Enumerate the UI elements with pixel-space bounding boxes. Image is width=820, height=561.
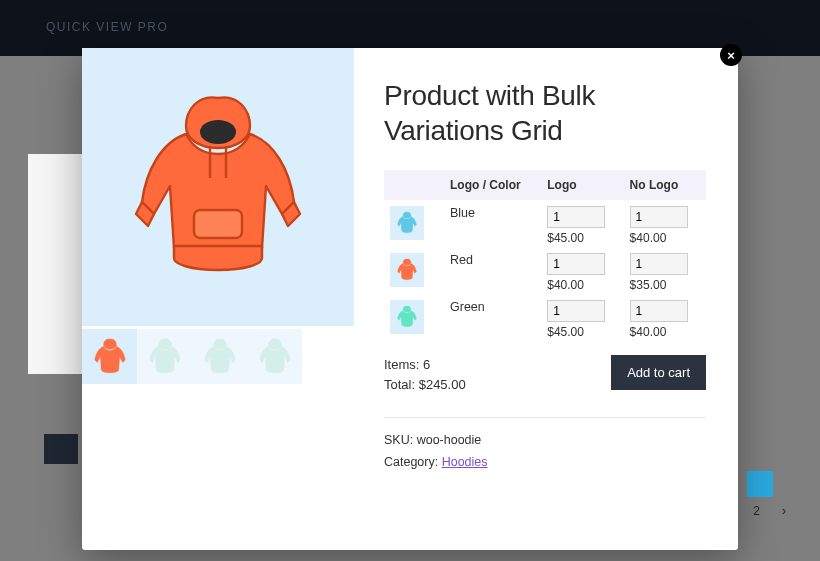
- category-label: Category:: [384, 455, 442, 469]
- row-label: Blue: [444, 200, 541, 247]
- svg-point-0: [200, 120, 236, 144]
- svg-rect-1: [194, 210, 242, 238]
- swatch-icon: [390, 253, 424, 287]
- variation-price: $35.00: [630, 278, 700, 292]
- row-label: Green: [444, 294, 541, 341]
- hoodie-illustration: [118, 82, 318, 292]
- cart-summary: Items: 6 Total: $245.00: [384, 355, 466, 395]
- thumbnail-0[interactable]: [82, 329, 137, 384]
- variation-cell: $45.00: [541, 294, 623, 341]
- swatch-icon: [390, 206, 424, 240]
- variation-price: $45.00: [547, 231, 617, 245]
- quick-view-modal: × Product with Bulk Variations Grid: [82, 48, 738, 550]
- gallery: [82, 48, 354, 550]
- sku-value: woo-hoodie: [417, 433, 482, 447]
- add-to-cart-button[interactable]: Add to cart: [611, 355, 706, 390]
- quantity-input[interactable]: [547, 300, 605, 322]
- product-title: Product with Bulk Variations Grid: [384, 78, 706, 148]
- row-swatch: [384, 247, 444, 294]
- quantity-input[interactable]: [547, 253, 605, 275]
- page-number-2[interactable]: 2: [753, 504, 760, 518]
- cart-total: Total: $245.00: [384, 375, 466, 395]
- product-meta: SKU: woo-hoodie Category: Hoodies: [384, 430, 706, 473]
- quantity-input[interactable]: [547, 206, 605, 228]
- grid-header-blank: [384, 170, 444, 200]
- brand-text: QUICK VIEW PRO: [46, 20, 168, 34]
- variation-cell: $40.00: [624, 294, 706, 341]
- variation-cell: $35.00: [624, 247, 706, 294]
- table-row: Red$40.00$35.00: [384, 247, 706, 294]
- page-next-arrow[interactable]: ›: [782, 504, 786, 518]
- variation-cell: $40.00: [624, 200, 706, 247]
- variation-price: $40.00: [547, 278, 617, 292]
- thumbnail-1[interactable]: [137, 329, 192, 384]
- quantity-input[interactable]: [630, 206, 688, 228]
- swatch-icon: [390, 300, 424, 334]
- row-swatch: [384, 200, 444, 247]
- items-count: Items: 6: [384, 355, 466, 375]
- meta-divider: [384, 417, 706, 418]
- variations-grid: Logo / Color Logo No Logo Blue$45.00$40.…: [384, 170, 706, 341]
- background-blue-button: [747, 471, 773, 497]
- background-dark-button: [44, 434, 78, 464]
- variation-price: $45.00: [547, 325, 617, 339]
- variation-cell: $45.00: [541, 200, 623, 247]
- row-swatch: [384, 294, 444, 341]
- quantity-input[interactable]: [630, 253, 688, 275]
- category-link[interactable]: Hoodies: [442, 455, 488, 469]
- thumbnail-2[interactable]: [192, 329, 247, 384]
- summary-row: Items: 6 Total: $245.00 Add to cart: [384, 355, 706, 395]
- thumbnail-strip: [82, 329, 354, 384]
- close-icon[interactable]: ×: [720, 44, 742, 66]
- sku-label: SKU:: [384, 433, 417, 447]
- table-row: Blue$45.00$40.00: [384, 200, 706, 247]
- variation-price: $40.00: [630, 325, 700, 339]
- grid-header-col-0: Logo: [541, 170, 623, 200]
- row-label: Red: [444, 247, 541, 294]
- thumbnail-3[interactable]: [247, 329, 302, 384]
- main-product-image: [82, 48, 354, 326]
- variation-price: $40.00: [630, 231, 700, 245]
- variation-cell: $40.00: [541, 247, 623, 294]
- grid-header-col-1: No Logo: [624, 170, 706, 200]
- table-row: Green$45.00$40.00: [384, 294, 706, 341]
- grid-header-attr: Logo / Color: [444, 170, 541, 200]
- product-details: Product with Bulk Variations Grid Logo /…: [354, 48, 738, 550]
- quantity-input[interactable]: [630, 300, 688, 322]
